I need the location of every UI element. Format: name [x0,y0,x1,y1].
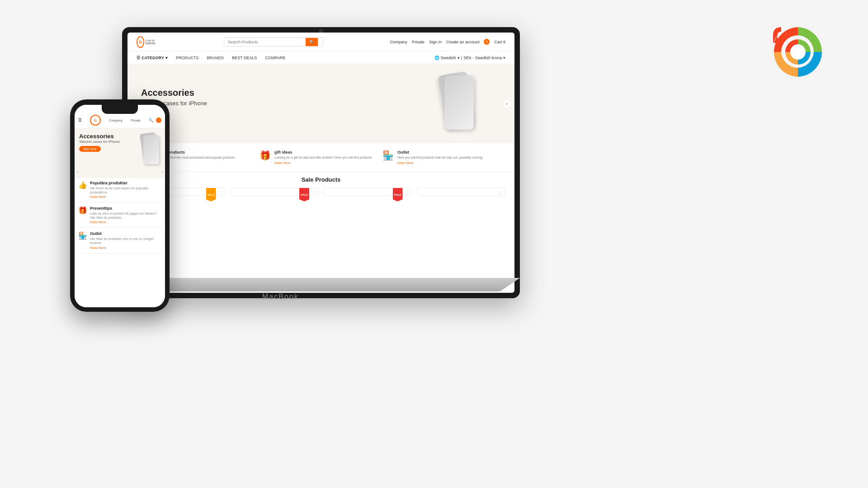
hero-phone [442,73,478,132]
iphone-screen: ☰ G Company Private 🔍 1 Accessories Sili… [75,105,165,307]
mobile-outlet-text: Outlet Här hittar du produkter som vi re… [90,231,161,249]
gifts-title: gift ideas [274,150,373,155]
search-bar[interactable]: 🔍 [224,38,323,47]
language-chevron: ▾ [458,56,460,60]
macbook-stand [122,278,520,291]
nav-language[interactable]: 🌐 Swedish ▾ | SEK - Swedish krona ▾ [434,56,505,60]
mobile-popular-link[interactable]: Know More [90,195,161,198]
iphone-device: ☰ G Company Private 🔍 1 Accessories Sili… [70,99,176,325]
chevron-icon: ▾ [165,56,168,60]
mobile-gifts-link[interactable]: Know More [90,221,161,224]
mobile-popular-title: Populära produkter [90,181,161,185]
mobile-gifts-title: Presenttips [90,206,161,211]
website-content: G G-SP OF SWEDEN 🔍 Company Private Sign … [127,33,514,293]
product-card-4: ♡ [417,188,506,196]
menu-icon: ☰ [137,56,140,60]
svg-point-2 [793,47,803,57]
feature-cards: 👍 popular products Here you will find th… [127,143,514,172]
gifts-text: gift ideas Looking for a gift for dad an… [274,150,373,164]
site-header: G G-SP OF SWEDEN 🔍 Company Private Sign … [127,33,514,52]
currency-chevron: ▾ [503,56,505,60]
mobile-cat-gifts: 🎁 Presenttips Letar du efter en present … [78,206,161,228]
nav-best-deals[interactable]: BEST DEALS [232,56,257,60]
mobile-prev-arrow[interactable]: ‹ [77,170,78,174]
mobile-phone-front [143,135,159,164]
outlet-link[interactable]: Know More [397,161,483,164]
mobile-gifts-desc: Letar du efter en present till pappa och… [90,211,161,220]
outlet-text: Outlet Here you will find products that … [397,150,483,164]
search-input[interactable] [224,38,306,46]
mobile-gifts-icon: 🎁 [78,206,87,215]
site-nav: ☰ CATEGORY ▾ PRODUCTS BRANDS BEST DEALS … [127,52,514,64]
mobile-hero-arrows: ‹ › [75,170,165,174]
private-link[interactable]: Private [412,40,425,44]
mobile-hero: Accessories Silicone cases for iPhone Bu… [75,128,165,178]
header-right: Company Private Sign In Create an accoun… [390,39,505,45]
mobile-popular-desc: Här finner du de mest köpta och populära… [90,186,161,194]
mobile-hero-phone [138,131,163,171]
signin-link[interactable]: Sign In [429,40,442,44]
mobile-company[interactable]: Company [109,119,123,122]
mobile-buy-now-button[interactable]: Buy Now [79,146,101,152]
hero-next-button[interactable]: › [503,100,511,108]
cart-link[interactable]: Cart 8 [494,40,505,44]
product-card-2: ♡ SALE [230,188,319,196]
mobile-search-icon[interactable]: 🔍 [149,118,153,122]
sale-badge-3: SALE [393,188,403,202]
nav-compare[interactable]: COMPARE [265,56,285,60]
outlet-title: Outlet [397,150,483,155]
gifts-link[interactable]: Know More [274,161,373,164]
wishlist-icon-3[interactable]: ♡ [405,190,410,196]
mobile-outlet-link[interactable]: Know More [90,246,161,249]
macbook-label: MacBook [262,293,299,301]
product-card-3: ♡ SALE [323,188,412,196]
outlet-icon: 🏪 [382,150,394,161]
gifts-desc: Looking for a gift for dad and little br… [274,155,373,160]
nav-category[interactable]: ☰ CATEGORY ▾ [137,56,168,60]
mobile-next-arrow[interactable]: › [161,170,163,174]
create-account-link[interactable]: Create an account [446,40,480,44]
products-row: ♡ SALE ♡ SALE ♡ SALE ♡ [137,188,505,196]
nav-brands[interactable]: BRANDS [207,56,224,60]
joomla-logo [769,23,827,81]
wishlist-icon-2[interactable]: ♡ [311,190,316,196]
category-label: CATEGORY [142,56,164,60]
iphone-notch [102,105,138,114]
search-button[interactable]: 🔍 [306,38,318,46]
sale-section: Sale Products ♡ SALE ♡ SALE ♡ SALE [127,172,514,200]
wishlist-icon-1[interactable]: ♡ [218,190,223,196]
mobile-categories: 👍 Populära produkter Här finner du de me… [75,178,165,260]
company-link[interactable]: Company [390,40,407,44]
hero-image [433,69,487,136]
feature-gifts: 🎁 gift ideas Looking for a gift for dad … [259,150,382,164]
nav-products[interactable]: PRODUCTS [176,56,199,60]
mobile-site: ☰ G Company Private 🔍 1 Accessories Sili… [75,105,165,307]
hero-banner: Accessories Silicone cases for iPhone Bu… [127,64,514,143]
cart-count-badge: 8 [484,39,490,45]
hero-phone-front [444,75,474,130]
mobile-cart-badge: 1 [156,117,161,123]
outlet-desc: Here you will find products that we rear… [397,155,483,160]
mobile-header-actions: 🔍 1 [149,117,161,123]
macbook-device: G G-SP OF SWEDEN 🔍 Company Private Sign … [122,27,538,352]
sale-title: Sale Products [137,176,505,183]
mobile-popular-icon: 👍 [78,181,87,189]
mobile-outlet-title: Outlet [90,231,161,236]
mobile-private[interactable]: Private [131,119,141,122]
mobile-menu-icon[interactable]: ☰ [78,118,82,122]
mobile-logo: G [90,115,101,126]
wishlist-icon-4[interactable]: ♡ [498,190,503,196]
mobile-cat-outlet: 🏪 Outlet Här hittar du produkter som vi … [78,231,161,253]
hero-title: Accessories [141,88,207,98]
currency-separator: | [461,56,462,60]
site-logo: G G-SP OF SWEDEN [137,36,157,48]
sale-badge-2: SALE [299,188,309,202]
mobile-gifts-text: Presenttips Letar du efter en present ti… [90,206,161,224]
language-label: Swedish [441,56,456,60]
macbook-bezel: G G-SP OF SWEDEN 🔍 Company Private Sign … [122,27,520,298]
gifts-icon: 🎁 [259,150,271,161]
sale-badge-1: SALE [206,188,216,202]
macbook-screen: G G-SP OF SWEDEN 🔍 Company Private Sign … [127,33,514,293]
currency-label: SEK - Swedish krona [463,56,502,60]
mobile-cat-popular: 👍 Populära produkter Här finner du de me… [78,181,161,202]
